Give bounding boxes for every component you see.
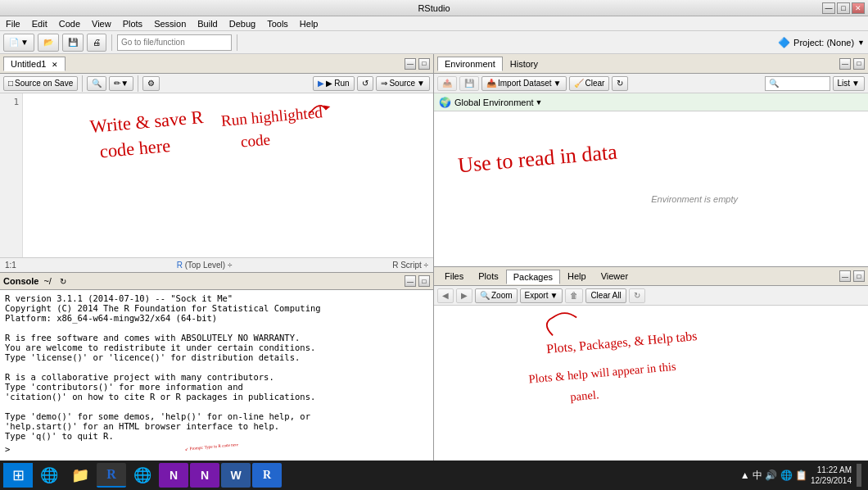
close-btn[interactable]: ✕: [852, 2, 865, 14]
console-maximize-btn[interactable]: □: [418, 275, 430, 287]
env-minimize-btn[interactable]: —: [839, 58, 851, 70]
taskbar-onenote2-icon[interactable]: N: [190, 463, 219, 488]
env-refresh-btn[interactable]: ↻: [612, 76, 628, 91]
minimize-btn[interactable]: —: [822, 2, 835, 14]
console-prompt-char: >: [5, 444, 10, 454]
taskbar-r2-icon[interactable]: R: [252, 463, 282, 488]
taskbar-onenote-icon[interactable]: N: [159, 463, 188, 488]
word-icon: W: [230, 469, 241, 482]
console-minimize-btn[interactable]: —: [405, 275, 416, 287]
menu-code[interactable]: Code: [57, 19, 83, 29]
print-btn[interactable]: 🖨: [87, 34, 106, 52]
console-line-blank-2: [5, 362, 428, 372]
files-minimize-btn[interactable]: —: [839, 270, 851, 282]
clear-env-btn[interactable]: 🧹 Clear: [569, 76, 610, 91]
plots-delete-btn[interactable]: 🗑: [565, 288, 583, 303]
toolbar-sep-2: [237, 34, 237, 51]
file-type: R Script ÷: [392, 261, 428, 270]
tab-files[interactable]: Files: [437, 269, 471, 284]
source-btn[interactable]: ⇒ Source ▼: [376, 76, 430, 91]
menu-plots[interactable]: Plots: [120, 19, 145, 29]
editor-area[interactable]: 1 Write & save R code here Run highlight…: [0, 93, 433, 257]
menu-build[interactable]: Build: [195, 19, 219, 29]
maximize-btn[interactable]: □: [837, 2, 850, 14]
console-refresh-icon[interactable]: ↻: [60, 277, 66, 286]
console-line-1: R version 3.1.1 (2014-07-10) -- "Sock it…: [5, 293, 428, 303]
plots-next-btn[interactable]: ▶: [456, 288, 472, 303]
plots-export-btn[interactable]: Export ▼: [520, 288, 563, 303]
console-panel-controls: — □: [405, 275, 430, 287]
taskbar-explorer-icon[interactable]: 📁: [66, 463, 95, 488]
export-dropdown-icon: ▼: [549, 291, 558, 300]
time-display: 11:22 AM: [811, 465, 852, 475]
taskbar-ie-icon[interactable]: 🌐: [34, 463, 64, 488]
env-maximize-btn[interactable]: □: [853, 58, 865, 70]
env-search-input[interactable]: [765, 76, 830, 91]
files-panel-controls: — □: [839, 270, 865, 282]
taskbar-r-icon[interactable]: R: [97, 463, 126, 488]
right-panel: Environment History — □ 📤 💾 📥 Import Dat…: [434, 54, 868, 461]
svg-marker-4: [323, 105, 331, 110]
clear-all-label: Clear All: [590, 291, 621, 300]
svg-text:Plots & help will appear in th: Plots & help will appear in this: [528, 360, 677, 386]
import-icon: 📥: [486, 79, 496, 88]
start-button[interactable]: ⊞: [3, 463, 33, 488]
editor-tab-untitled1[interactable]: Untitled1 ✕: [3, 57, 66, 71]
env-tab-bar: Environment History — □: [434, 54, 868, 74]
env-list-btn[interactable]: List ▼: [833, 76, 865, 91]
taskbar-right: ▲ 中 🔊 🌐 📋 11:22 AM 12/29/2014: [740, 464, 865, 487]
editor-wand-btn[interactable]: ✏▼: [109, 76, 133, 91]
menu-file[interactable]: File: [3, 19, 23, 29]
files-maximize-btn[interactable]: □: [853, 270, 865, 282]
console-line-blank-3: [5, 402, 428, 411]
plots-refresh-btn[interactable]: ↻: [629, 288, 645, 303]
tab-viewer[interactable]: Viewer: [594, 269, 635, 284]
global-env-bar: 🌍 Global Environment ▼: [434, 93, 868, 111]
menu-help[interactable]: Help: [297, 19, 321, 29]
taskbar-chrome-icon[interactable]: 🌐: [128, 463, 157, 488]
editor-tab-close-icon[interactable]: ✕: [52, 61, 58, 69]
run-btn[interactable]: ▶ ▶ Run: [313, 76, 355, 91]
taskbar-word-icon[interactable]: W: [221, 463, 251, 488]
menu-view[interactable]: View: [89, 19, 114, 29]
global-env-label: Global Environment: [454, 98, 534, 107]
global-env-dropdown-icon[interactable]: ▼: [536, 98, 543, 107]
editor-tools-btn[interactable]: ⚙: [142, 76, 160, 91]
editor-tab-label: Untitled1: [11, 59, 46, 69]
console-line-6: Type 'license()' or 'licence()' for dist…: [5, 352, 428, 362]
editor-content[interactable]: Write & save R code here Run highlighted…: [23, 93, 433, 257]
plots-prev-btn[interactable]: ◀: [437, 288, 454, 303]
list-dropdown-icon: ▼: [852, 79, 860, 88]
project-dropdown-icon[interactable]: ▼: [857, 39, 865, 47]
line-numbers: 1: [0, 93, 23, 257]
tab-environment[interactable]: Environment: [437, 57, 503, 71]
editor-save-toggle-btn[interactable]: □ Source on Save: [3, 76, 78, 91]
open-file-btn[interactable]: 📂: [38, 34, 59, 52]
plots-clear-all-btn[interactable]: Clear All: [585, 288, 626, 303]
console-line-11: 'help.start()' for an HTML browser inter…: [5, 421, 428, 431]
tab-history[interactable]: History: [503, 57, 545, 71]
env-save-btn[interactable]: 💾: [459, 76, 479, 91]
menu-tools[interactable]: Tools: [264, 19, 291, 29]
menu-debug[interactable]: Debug: [227, 19, 258, 29]
rerun-btn[interactable]: ↺: [357, 76, 373, 91]
env-load-btn[interactable]: 📤: [437, 76, 457, 91]
editor-maximize-btn[interactable]: □: [418, 58, 430, 70]
editor-search-btn[interactable]: 🔍: [87, 76, 106, 91]
menu-edit[interactable]: Edit: [29, 19, 50, 29]
new-file-btn[interactable]: 📄▼: [3, 34, 34, 52]
save-btn[interactable]: 💾: [62, 34, 84, 52]
goto-input[interactable]: [117, 34, 232, 51]
svg-text:Run highlighted: Run highlighted: [220, 103, 323, 129]
tab-packages[interactable]: Packages: [506, 270, 560, 284]
run-label: ▶ Run: [326, 79, 350, 88]
editor-minimize-btn[interactable]: —: [405, 58, 416, 70]
windows-icon: ⊞: [12, 466, 25, 484]
menu-session[interactable]: Session: [151, 19, 188, 29]
show-desktop-btn[interactable]: [857, 464, 861, 487]
tab-plots[interactable]: Plots: [471, 269, 505, 284]
console-content[interactable]: R version 3.1.1 (2014-07-10) -- "Sock it…: [0, 290, 433, 461]
tab-help[interactable]: Help: [560, 269, 594, 284]
import-dataset-btn[interactable]: 📥 Import Dataset ▼: [481, 76, 567, 91]
plots-zoom-btn[interactable]: 🔍 Zoom: [475, 288, 518, 303]
